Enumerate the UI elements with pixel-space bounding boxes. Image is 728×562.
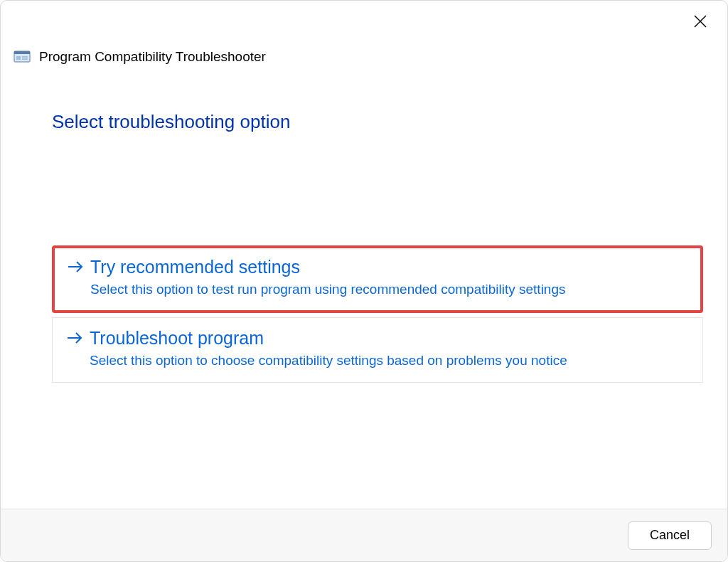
instruction-heading: Select troubleshooting option xyxy=(52,111,290,133)
svg-rect-3 xyxy=(14,51,30,54)
troubleshooter-icon xyxy=(14,49,31,65)
header: Program Compatibility Troubleshooter xyxy=(14,49,266,65)
footer: Cancel xyxy=(1,509,727,561)
close-button[interactable] xyxy=(689,11,712,33)
option-title: Troubleshoot program xyxy=(90,328,264,349)
troubleshooter-window: Program Compatibility Troubleshooter Sel… xyxy=(0,0,728,562)
close-icon xyxy=(693,14,707,31)
window-title: Program Compatibility Troubleshooter xyxy=(39,49,266,65)
svg-rect-5 xyxy=(22,56,28,58)
svg-rect-6 xyxy=(22,58,28,60)
svg-rect-4 xyxy=(16,56,21,60)
option-try-recommended[interactable]: Try recommended settings Select this opt… xyxy=(52,245,703,313)
option-header: Troubleshoot program xyxy=(67,328,688,349)
arrow-right-icon xyxy=(68,257,83,277)
option-description: Select this option to choose compatibili… xyxy=(67,351,688,370)
option-description: Select this option to test run program u… xyxy=(68,280,687,299)
option-title: Try recommended settings xyxy=(90,257,300,277)
options-list: Try recommended settings Select this opt… xyxy=(52,245,703,383)
option-header: Try recommended settings xyxy=(68,257,687,277)
option-troubleshoot-program[interactable]: Troubleshoot program Select this option … xyxy=(52,317,703,383)
arrow-right-icon xyxy=(67,328,82,349)
cancel-button[interactable]: Cancel xyxy=(628,521,712,550)
